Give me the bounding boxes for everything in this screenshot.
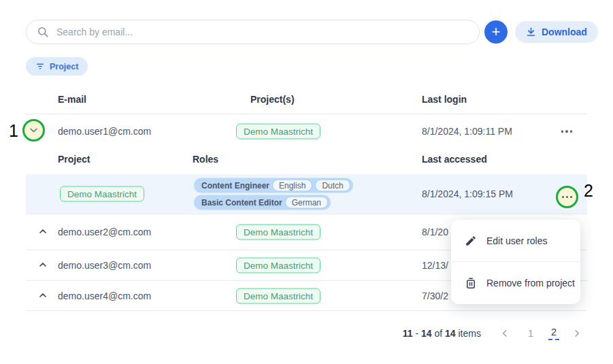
chevron-up-icon <box>37 226 48 237</box>
expanded-row-actions-button-annotated[interactable] <box>556 186 578 208</box>
pagination-next-button[interactable] <box>564 325 590 342</box>
user-email: demo.user1@cm.com <box>58 126 151 137</box>
menu-item-label: Edit user roles <box>486 235 547 246</box>
chevron-up-icon <box>37 259 48 270</box>
expand-row-button-annotated[interactable] <box>22 119 45 142</box>
last-accessed-value: 8/1/2024, 1:09:15 PM <box>422 188 513 199</box>
download-button[interactable]: Download <box>515 21 598 43</box>
more-dots-icon <box>561 130 573 133</box>
user-email: demo.user4@cm.com <box>58 291 151 301</box>
trash-icon <box>465 277 477 289</box>
column-header-email: E-mail <box>58 94 86 105</box>
chevron-left-icon <box>500 329 510 338</box>
collapse-row-button[interactable] <box>37 290 49 302</box>
chevron-up-icon <box>37 290 48 301</box>
pencil-icon <box>465 235 477 247</box>
expanded-header-row: Project Roles Last accessed <box>26 148 587 174</box>
language-pill: English <box>272 180 312 192</box>
collapse-row-button[interactable] <box>37 259 49 271</box>
role-pill: Basic Content Editor German <box>194 195 331 210</box>
download-icon <box>526 27 536 37</box>
filter-chip-label: Project <box>50 62 78 71</box>
search-bar <box>26 20 480 44</box>
collapse-row-button[interactable] <box>37 226 49 238</box>
expanded-project-row[interactable]: Demo Maastricht Content Engineer English… <box>26 174 587 214</box>
filter-icon <box>35 62 45 71</box>
table-header-row: E-mail Project(s) Last login <box>26 88 587 114</box>
add-user-button[interactable]: + <box>484 20 508 44</box>
pagination: 11 - 14 of 14 items 1 2 <box>0 325 590 342</box>
pagination-prev-button[interactable] <box>492 325 518 342</box>
last-login-value: 7/30/2 <box>422 291 448 301</box>
last-login-value: 8/1/20 <box>422 227 448 237</box>
user-email: demo.user3@cm.com <box>58 260 151 271</box>
roles-list: Content Engineer English Dutch Basic Con… <box>194 178 353 210</box>
more-dots-icon <box>562 196 573 198</box>
pagination-page-1[interactable]: 1 <box>518 325 544 342</box>
menu-item-remove-from-project[interactable]: Remove from project <box>451 262 580 303</box>
download-label: Download <box>542 27 587 37</box>
annotation-label-1: 1 <box>9 121 18 141</box>
project-badge: Demo Maastricht <box>236 124 320 139</box>
language-pill: Dutch <box>315 180 350 192</box>
column-header-projects: Project(s) <box>250 94 295 105</box>
project-badge: Demo Maastricht <box>60 186 144 202</box>
row-actions-menu: Edit user roles Remove from project <box>451 220 580 304</box>
annotation-label-2: 2 <box>584 181 593 201</box>
menu-item-edit-user-roles[interactable]: Edit user roles <box>451 220 580 261</box>
table-row-user1[interactable]: demo.user1@cm.com Demo Maastricht 8/1/20… <box>26 114 587 148</box>
pagination-page-2-current[interactable]: 2 <box>548 327 559 340</box>
user-management-page: + Download Project E-mail Project(s) Las… <box>0 0 613 364</box>
row-actions-button[interactable] <box>557 130 577 133</box>
sub-header-last-accessed: Last accessed <box>422 154 487 165</box>
search-input[interactable] <box>26 20 480 44</box>
project-badge: Demo Maastricht <box>236 225 320 240</box>
role-pill: Content Engineer English Dutch <box>194 178 353 193</box>
last-login-value: 12/13/ <box>422 260 448 271</box>
language-pill: German <box>285 197 328 209</box>
sub-header-project: Project <box>58 154 90 165</box>
search-icon <box>36 25 50 39</box>
last-login-value: 8/1/2024, 1:09:11 PM <box>422 126 512 137</box>
chevron-right-icon <box>572 329 582 338</box>
project-filter-chip[interactable]: Project <box>26 57 88 76</box>
pagination-range-text: 11 - 14 of 14 items <box>403 328 481 339</box>
menu-item-label: Remove from project <box>486 278 575 288</box>
sub-header-roles: Roles <box>193 154 218 165</box>
project-badge: Demo Maastricht <box>236 258 320 274</box>
user-email: demo.user2@cm.com <box>58 227 151 237</box>
column-header-last-login: Last login <box>422 94 467 105</box>
chevron-down-icon <box>28 125 39 136</box>
project-badge: Demo Maastricht <box>236 288 320 303</box>
